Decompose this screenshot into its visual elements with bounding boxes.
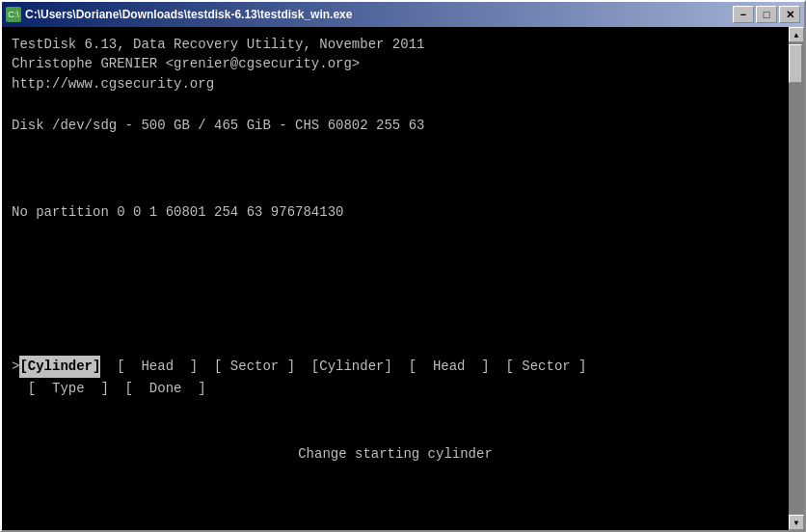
scrollbar-thumb[interactable]: [789, 44, 802, 83]
blank-line6: [12, 244, 779, 266]
status-line: Change starting cylinder: [12, 444, 779, 464]
blank-line4: [12, 180, 779, 202]
blank-line5: [12, 222, 779, 244]
scroll-down-button[interactable]: ▼: [789, 515, 804, 530]
scroll-up-button[interactable]: ▲: [789, 27, 804, 42]
close-button[interactable]: ✕: [779, 6, 800, 23]
blank-line12: [12, 421, 779, 443]
maximize-button[interactable]: □: [756, 6, 777, 23]
active-arrow: >: [12, 356, 19, 377]
window-title: C:\Users\Doriane\Downloads\testdisk-6.13…: [25, 8, 352, 21]
menu-row2: [ Type ] [ Done ]: [12, 378, 779, 399]
blank-line2: [12, 135, 779, 157]
terminal-area: TestDisk 6.13, Data Recovery Utility, No…: [2, 27, 804, 530]
scrollbar: ▲ ▼: [789, 27, 804, 530]
blank-line11: [12, 399, 779, 421]
info-line1: TestDisk 6.13, Data Recovery Utility, No…: [12, 35, 779, 54]
partition-info: No partition 0 0 1 60801 254 63 97678413…: [12, 202, 779, 222]
main-window: C:\ C:\Users\Doriane\Downloads\testdisk-…: [0, 0, 806, 532]
info-line3: http://www.cgsecurity.org: [12, 74, 779, 93]
titlebar-left: C:\ C:\Users\Doriane\Downloads\testdisk-…: [6, 7, 352, 22]
blank-line7: [12, 267, 779, 289]
cylinder-active[interactable]: [Cylinder]: [19, 356, 100, 377]
info-line2: Christophe GRENIER <grenier@cgsecurity.o…: [12, 54, 779, 73]
scrollbar-track[interactable]: [789, 42, 804, 515]
blank-line1: [12, 93, 779, 116]
terminal-content[interactable]: TestDisk 6.13, Data Recovery Utility, No…: [2, 27, 789, 530]
app-icon: C:\: [6, 7, 21, 22]
scroll-down-icon: ▼: [794, 519, 799, 527]
blank-line3: [12, 158, 779, 180]
blank-line10: [12, 333, 779, 356]
menu-row1: >[Cylinder] [ Head ] [ Sector ] [Cylinde…: [12, 356, 779, 377]
blank-line9: [12, 311, 779, 333]
titlebar-buttons: − □ ✕: [733, 6, 800, 23]
scroll-up-icon: ▲: [794, 31, 799, 40]
blank-line8: [12, 289, 779, 311]
titlebar: C:\ C:\Users\Doriane\Downloads\testdisk-…: [2, 2, 804, 27]
minimize-button[interactable]: −: [733, 6, 754, 23]
disk-info: Disk /dev/sdg - 500 GB / 465 GiB - CHS 6…: [12, 116, 779, 135]
